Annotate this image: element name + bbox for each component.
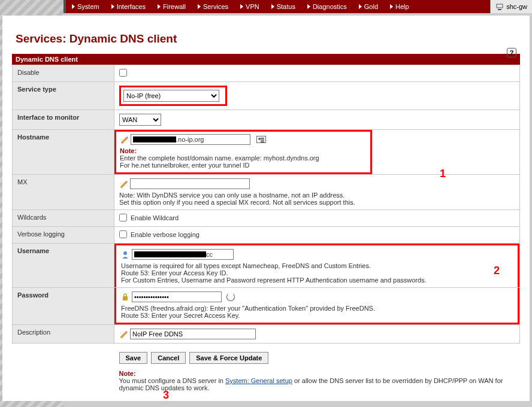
menu-arrow-icon (390, 4, 393, 9)
hostname-obscured (133, 136, 176, 142)
menu-arrow-icon (359, 4, 362, 9)
hostname-hint1: Enter the complete host/domain name. exa… (120, 154, 319, 162)
username-obscured (134, 251, 206, 257)
verbose-chk-label: Enable verbose logging (131, 231, 200, 238)
page-title: Services: Dynamic DNS client (16, 32, 520, 45)
help-icon[interactable]: ? (507, 48, 516, 57)
menu-arrow-icon (72, 4, 75, 9)
menu-arrow-icon (271, 4, 274, 9)
service-type-label: Service type (13, 82, 114, 110)
annotation-1: 1 (440, 168, 446, 180)
menu-label: Help (395, 3, 409, 10)
disable-label: Disable (13, 65, 114, 82)
verbose-checkbox[interactable] (119, 230, 127, 238)
menu-arrow-icon (198, 4, 201, 9)
mx-input[interactable] (130, 178, 250, 189)
mx-hint2: Set this option only if you need a speci… (119, 199, 515, 206)
hostname-label: Hostname (13, 130, 114, 175)
annotation-3: 3 (163, 389, 169, 402)
svg-rect-5 (123, 296, 128, 300)
menu-label: Gold (364, 3, 378, 10)
username-hint2: Route 53: Enter your Access Key ID. (121, 269, 513, 277)
pencil-icon (119, 180, 128, 188)
username-label: Username (13, 244, 114, 288)
host-icon (495, 2, 504, 11)
menu-label: Firewall (163, 3, 186, 10)
menu-label: System (77, 3, 99, 10)
hostname-indicator[interactable]: shc-gw (490, 0, 532, 13)
annotation-2: 2 (494, 265, 500, 277)
menu-label: Diagnostics (313, 3, 347, 10)
disable-checkbox[interactable] (119, 69, 127, 77)
button-row: Save Cancel Save & Force Update (119, 347, 515, 364)
interface-select[interactable]: WAN (119, 114, 161, 126)
top-navbar: Sense System Interfaces Firewall Service… (0, 0, 532, 13)
username-hint1: Username is required for all types excep… (121, 262, 513, 269)
svg-rect-2 (497, 4, 503, 8)
username-suffix: cc (206, 251, 213, 258)
menu-status[interactable]: Status (265, 0, 301, 13)
interface-label: Interface to monitor (13, 110, 114, 130)
verbose-row[interactable]: Enable verbose logging (119, 230, 200, 238)
description-input[interactable] (130, 329, 256, 339)
wildcard-row[interactable]: Enable Wildcard (119, 214, 179, 221)
mx-label: MX (13, 175, 114, 210)
general-setup-link[interactable]: System: General setup (225, 377, 292, 384)
wildcard-chk-label: Enable Wildcard (131, 214, 179, 221)
hostname-text: shc-gw (506, 3, 527, 10)
save-button[interactable]: Save (119, 352, 148, 364)
menu-interfaces[interactable]: Interfaces (105, 0, 152, 13)
menu-label: Interfaces (117, 3, 146, 10)
footer-note-pre: You must configure a DNS server in (119, 377, 226, 384)
password-hint1: FreeDNS (freedns.afraid.org): Enter your… (121, 305, 513, 312)
main-menu: System Interfaces Firewall Services VPN … (66, 0, 490, 13)
menu-label: Services (203, 3, 228, 10)
pencil-icon (120, 135, 128, 144)
description-label: Description (13, 325, 114, 344)
menu-arrow-icon (240, 4, 243, 9)
menu-diagnostics[interactable]: Diagnostics (301, 0, 353, 13)
note-label: Note: (120, 147, 137, 154)
hostname-hint2: For he.net tunnelbroker, enter your tunn… (120, 162, 249, 169)
menu-gold[interactable]: Gold (353, 0, 384, 13)
menu-arrow-icon (158, 4, 161, 9)
wildcards-label: Wildcards (13, 210, 114, 227)
mx-hint1: Note: With DynDNS service you can only u… (119, 192, 515, 199)
save-force-update-button[interactable]: Save & Force Update (189, 352, 268, 364)
verbose-label: Verbose logging (13, 227, 114, 244)
refresh-icon[interactable] (226, 293, 235, 301)
footer-note: Note: You must configure a DNS server in… (119, 370, 515, 391)
cancel-button[interactable]: Cancel (151, 352, 186, 364)
address-book-icon[interactable] (256, 136, 266, 143)
hostname-suffix: .no-ip.org (176, 136, 204, 143)
password-hint2: Route 53: Enter your Secret Access Key. (121, 312, 513, 319)
menu-label: VPN (246, 3, 259, 10)
menu-arrow-icon (307, 4, 310, 9)
menu-arrow-icon (111, 4, 114, 9)
menu-system[interactable]: System (66, 0, 105, 13)
service-type-select[interactable]: No-IP (free) (123, 90, 219, 102)
username-hint3: For Custom Entries, Username and Passwor… (121, 277, 513, 284)
menu-help[interactable]: Help (384, 0, 415, 13)
menu-services[interactable]: Services (192, 0, 234, 13)
menu-label: Status (277, 3, 295, 10)
note-label: Note: (119, 370, 136, 377)
wildcard-checkbox[interactable] (119, 214, 127, 221)
pencil-icon (119, 330, 128, 338)
settings-form: Disable Service type No-IP (free) Interf… (12, 65, 520, 395)
user-icon (121, 250, 129, 259)
lock-icon (121, 293, 129, 301)
panel-header: Dynamic DNS client (12, 54, 520, 65)
password-input[interactable] (132, 291, 222, 302)
svg-point-4 (123, 251, 127, 255)
menu-vpn[interactable]: VPN (234, 0, 265, 13)
password-label: Password (13, 288, 114, 325)
menu-firewall[interactable]: Firewall (152, 0, 192, 13)
svg-rect-3 (498, 9, 501, 10)
